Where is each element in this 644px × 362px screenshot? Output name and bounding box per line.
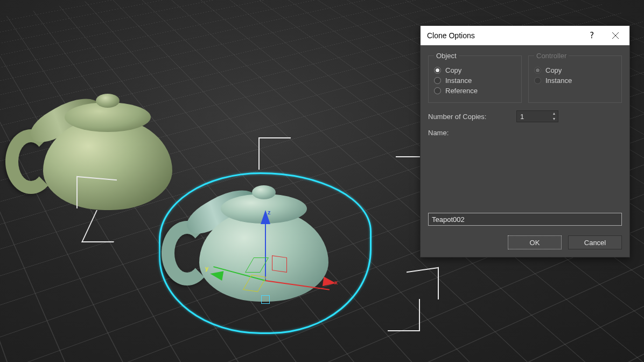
clone-options-dialog: Clone Options ? Object Copy Instance Ref… [420, 25, 630, 257]
radio-icon [434, 77, 441, 84]
object-legend: Object [434, 52, 459, 60]
radio-label: Instance [445, 76, 472, 85]
radio-label: Copy [545, 66, 562, 74]
copies-spinner[interactable]: ▲ ▼ [516, 110, 558, 122]
radio-label: Instance [545, 76, 572, 85]
cancel-button-label: Cancel [584, 239, 606, 247]
radio-object-instance[interactable]: Instance [434, 76, 516, 85]
radio-icon [534, 67, 541, 74]
radio-icon [434, 87, 441, 94]
ok-button[interactable]: OK [508, 235, 562, 249]
close-button[interactable] [604, 27, 627, 44]
name-label: Name: [428, 129, 622, 210]
radio-label: Reference [445, 87, 478, 95]
radio-icon [534, 77, 541, 84]
ok-button-label: OK [530, 239, 540, 247]
dialog-title: Clone Options [427, 31, 580, 40]
radio-icon [434, 67, 441, 74]
copies-step-down[interactable]: ▼ [550, 116, 558, 122]
controller-group: Controller Copy Instance [528, 52, 622, 103]
radio-object-copy[interactable]: Copy [434, 66, 516, 74]
help-button[interactable]: ? [580, 27, 604, 44]
cancel-button[interactable]: Cancel [568, 235, 622, 249]
radio-label: Copy [445, 66, 461, 74]
name-input[interactable] [428, 213, 622, 226]
copies-label: Number of Copies: [428, 113, 509, 121]
close-icon [612, 32, 619, 39]
controller-legend: Controller [534, 52, 569, 60]
radio-controller-instance: Instance [534, 76, 616, 85]
radio-controller-copy: Copy [534, 66, 616, 74]
radio-object-reference[interactable]: Reference [434, 87, 516, 95]
copies-step-up[interactable]: ▲ [550, 111, 558, 116]
copies-input[interactable] [517, 112, 550, 122]
object-group: Object Copy Instance Reference [428, 52, 522, 103]
dialog-titlebar[interactable]: Clone Options ? [421, 26, 629, 45]
